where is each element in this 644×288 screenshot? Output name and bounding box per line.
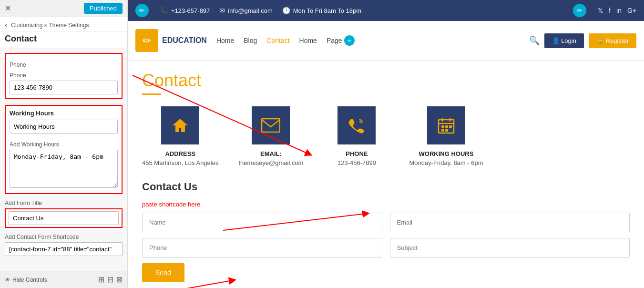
hide-controls-label: Hide Controls xyxy=(12,277,47,283)
address-card: ADDRESS 455 Martinson, Los Angeles xyxy=(142,106,218,166)
published-button[interactable]: Published xyxy=(84,3,123,14)
svg-rect-13 xyxy=(441,129,444,132)
form-title-label: Add Form Title xyxy=(5,200,123,206)
breadcrumb: Customizing » Theme Settings xyxy=(11,22,89,29)
address-sub: 455 Martinson, Los Angeles xyxy=(142,159,218,166)
logo-text: EDUCATION xyxy=(162,36,207,45)
send-button[interactable]: Send xyxy=(142,263,184,282)
contact-form-section: Contact Us paste shortcode here Send xyxy=(142,181,630,282)
register-label: Register xyxy=(606,37,629,44)
email-input[interactable] xyxy=(390,213,630,232)
hours-icon-box xyxy=(427,106,465,144)
search-button[interactable]: 🔍 xyxy=(529,35,540,46)
phone-form-input[interactable] xyxy=(142,238,382,257)
email-icon-box xyxy=(252,106,290,144)
linkedin-icon[interactable]: in xyxy=(616,7,622,14)
phone-card: PHONE 123-456-7890 xyxy=(323,106,390,166)
hours-card: WORKING HOURS Monday-Friday, 8am - 6pm xyxy=(409,106,483,166)
phone-input[interactable] xyxy=(10,81,118,94)
top-edit-icon[interactable]: ✏ xyxy=(135,4,149,17)
form-row-2 xyxy=(142,238,630,257)
email-address: info@gmail.com xyxy=(228,7,272,14)
breadcrumb-nav: ‹ Customizing » Theme Settings xyxy=(0,17,127,32)
address-icon xyxy=(172,117,189,134)
left-panel: ✕ Published ‹ Customizing » Theme Settin… xyxy=(0,0,128,288)
hours-info: 🕐 Mon To Fri 8am To 18pm xyxy=(282,7,361,14)
panel-bottom-bar: 👁 Hide Controls ⊞ ⊟ ⊠ xyxy=(0,271,127,288)
add-working-hours-textarea[interactable]: Monday-Friday, 8am - 6pm xyxy=(10,150,118,188)
clock-icon: 🕐 xyxy=(282,7,290,14)
email-icon: ✉ xyxy=(219,7,225,14)
email-card: EMAIL: themeseye@gmail.com xyxy=(237,106,304,166)
working-hours-title: Working Hours xyxy=(10,110,118,117)
shortcode-hint: paste shortcode here xyxy=(142,201,630,208)
top-bar-info: 📞 +123-657-897 ✉ info@gmail.com 🕐 Mon To… xyxy=(160,7,562,14)
shortcode-input[interactable] xyxy=(5,242,123,256)
hours-title: WORKING HOURS xyxy=(419,150,474,157)
logo-area: ✏ EDUCATION xyxy=(135,29,207,52)
email-info: ✉ info@gmail.com xyxy=(219,7,272,14)
bottom-icon-3[interactable]: ⊠ xyxy=(116,275,123,284)
facebook-icon[interactable]: f xyxy=(609,7,611,14)
svg-rect-12 xyxy=(449,125,452,128)
contact-title: Contact xyxy=(142,71,630,91)
twitter-icon[interactable]: 𝕏 xyxy=(598,7,603,14)
shortcode-section: Add Contact Form Shortcode xyxy=(5,234,123,256)
login-button[interactable]: 👤 Login xyxy=(544,33,584,48)
hours-sub: Monday-Friday, 8am - 6pm xyxy=(409,159,483,166)
phone-number: +123-657-897 xyxy=(171,7,210,14)
nav-blog[interactable]: Blog xyxy=(244,37,257,44)
phone-icon-box xyxy=(337,106,376,144)
nav-home2[interactable]: Home xyxy=(299,37,317,44)
eye-icon: 👁 xyxy=(5,277,10,283)
top-edit-icon-right[interactable]: ✏ xyxy=(573,4,586,17)
register-button[interactable]: 🔒 Register xyxy=(589,33,636,48)
nav-home[interactable]: Home xyxy=(216,37,234,44)
social-links: 𝕏 f in G+ xyxy=(598,7,636,14)
logo-icon: ✏ xyxy=(135,29,158,52)
panel-scroll-area[interactable]: Phone Phone Working Hours Add Working Ho… xyxy=(0,48,127,271)
logo-svg: ✏ xyxy=(138,32,155,49)
nav-page[interactable]: Page xyxy=(327,37,342,44)
nav-right: 🔍 👤 Login 🔒 Register xyxy=(529,33,636,48)
add-working-hours-label: Add Working Hours xyxy=(10,141,118,148)
right-panel: ✏ 📞 +123-657-897 ✉ info@gmail.com 🕐 Mon … xyxy=(128,0,644,288)
calendar-icon xyxy=(438,117,455,134)
top-bar: ✏ 📞 +123-657-897 ✉ info@gmail.com 🕐 Mon … xyxy=(128,0,644,21)
svg-rect-11 xyxy=(445,125,448,128)
close-button[interactable]: ✕ xyxy=(5,4,11,13)
lock-icon: 🔒 xyxy=(596,37,604,44)
panel-top-bar: ✕ Published xyxy=(0,0,127,17)
phone-icon xyxy=(348,117,365,134)
shortcode-label: Add Contact Form Shortcode xyxy=(5,234,123,240)
working-hours-section: Working Hours Add Working Hours Monday-F… xyxy=(5,105,123,194)
googleplus-icon[interactable]: G+ xyxy=(627,7,636,14)
email-icon xyxy=(261,118,280,133)
working-hours-input[interactable] xyxy=(10,120,118,134)
bottom-icon-1[interactable]: ⊞ xyxy=(98,275,104,284)
svg-text:✏: ✏ xyxy=(143,35,152,47)
address-icon-box xyxy=(161,106,199,144)
phone-section-label: Phone xyxy=(10,62,118,68)
phone-input-label: Phone xyxy=(10,72,118,79)
nav-contact[interactable]: Contact xyxy=(266,37,289,44)
user-icon: 👤 xyxy=(552,37,560,44)
icons-row: ADDRESS 455 Martinson, Los Angeles EMAIL… xyxy=(142,106,630,166)
nav-bar: ✏ EDUCATION Home Blog Contact Home Page … xyxy=(128,21,644,61)
contact-form-title: Contact Us xyxy=(142,181,630,193)
subject-input[interactable] xyxy=(390,238,630,257)
panel-title: Contact xyxy=(0,32,127,48)
nav-page-edit-icon[interactable]: ✏ xyxy=(344,35,355,46)
login-label: Login xyxy=(561,37,576,44)
phone-title: PHONE xyxy=(346,150,368,157)
back-arrow-button[interactable]: ‹ xyxy=(5,21,7,30)
business-hours: Mon To Fri 8am To 18pm xyxy=(293,7,361,14)
phone-sub: 123-456-7890 xyxy=(337,159,376,166)
form-title-section: Add Form Title xyxy=(5,200,123,228)
email-title: EMAIL: xyxy=(260,150,282,157)
name-input[interactable] xyxy=(142,213,382,232)
title-underline xyxy=(142,93,161,95)
bottom-icon-2[interactable]: ⊟ xyxy=(107,275,113,284)
hide-controls-button[interactable]: 👁 Hide Controls xyxy=(5,277,47,283)
form-title-input[interactable] xyxy=(9,211,119,225)
